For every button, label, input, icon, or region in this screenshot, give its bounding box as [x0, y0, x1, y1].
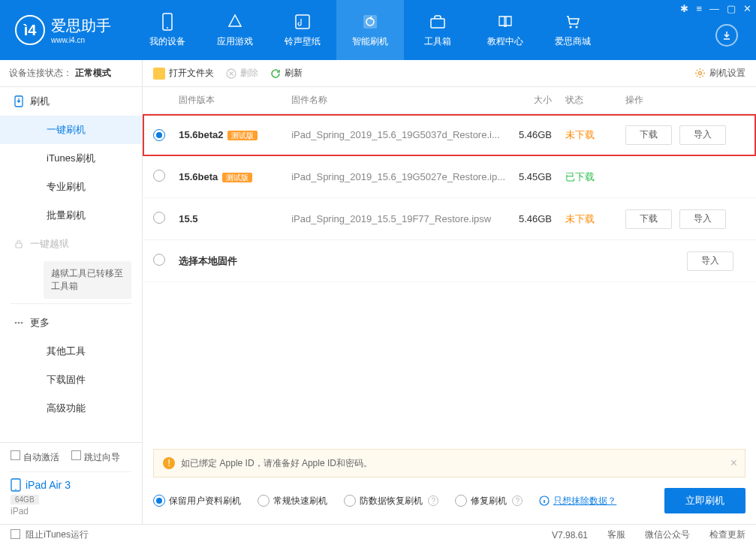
app-name: 爱思助手	[51, 16, 111, 36]
block-itunes-checkbox[interactable]: 阻止iTunes运行	[11, 528, 89, 541]
refresh-button[interactable]: 刷新	[270, 67, 303, 80]
row-radio[interactable]	[153, 170, 165, 182]
close-icon[interactable]: ✕	[743, 3, 751, 14]
opt-normal[interactable]: 常规快速刷机	[258, 495, 327, 507]
sidebar-pro-flash[interactable]: 专业刷机	[0, 173, 142, 201]
header-action: 操作	[625, 94, 745, 107]
firmware-row[interactable]: 15.6beta2测试版 iPad_Spring_2019_15.6_19G50…	[143, 114, 756, 156]
svg-rect-3	[363, 15, 377, 29]
svg-point-10	[18, 322, 20, 324]
check-update-link[interactable]: 检查更新	[709, 528, 745, 541]
nav-store[interactable]: 爱思商城	[539, 0, 607, 60]
opt-anti-recover[interactable]: 防数据恢复刷机?	[344, 495, 438, 507]
minimize-icon[interactable]: —	[709, 3, 719, 14]
import-button[interactable]: 导入	[687, 251, 733, 271]
wechat-link[interactable]: 微信公众号	[645, 528, 690, 541]
row-version: 选择本地固件	[179, 254, 291, 268]
sidebar-advanced[interactable]: 高级功能	[0, 394, 142, 423]
connection-status: 设备连接状态：正常模式	[0, 60, 142, 87]
row-radio[interactable]	[153, 254, 165, 266]
window-controls: ✱ ≡ — ▢ ✕	[680, 3, 751, 14]
nav-flash[interactable]: 智能刷机	[336, 0, 404, 60]
top-nav: 我的设备 应用游戏 铃声壁纸 智能刷机 工具箱 教程中心 爱思商城	[134, 0, 756, 60]
gear-icon	[694, 68, 706, 79]
flash-options: 保留用户资料刷机 常规快速刷机 防数据恢复刷机? 修复刷机? 只想抹除数据？ 立…	[153, 488, 745, 513]
header-size: 大小	[505, 94, 565, 107]
lock-icon	[14, 239, 27, 249]
nav-tutorials[interactable]: 教程中心	[471, 0, 539, 60]
firmware-row[interactable]: 15.6beta测试版 iPad_Spring_2019_15.6_19G502…	[143, 156, 756, 198]
row-version: 15.6beta测试版	[179, 171, 291, 183]
nav-my-device[interactable]: 我的设备	[134, 0, 201, 60]
help-icon[interactable]: ?	[428, 495, 438, 506]
delete-button: 删除	[226, 67, 258, 80]
download-manager-button[interactable]	[715, 24, 738, 47]
row-size: 5.46GB	[505, 213, 565, 224]
menu-icon[interactable]: ≡	[696, 3, 702, 14]
device-icon	[158, 13, 176, 31]
flash-now-button[interactable]: 立即刷机	[664, 488, 745, 513]
row-version: 15.5	[179, 213, 291, 224]
toolbar: 打开文件夹 删除 刷新 刷机设置	[143, 60, 756, 87]
open-folder-button[interactable]: 打开文件夹	[153, 67, 214, 80]
beta-tag: 测试版	[227, 131, 258, 140]
row-radio[interactable]	[153, 212, 165, 224]
sidebar-oneclick-flash[interactable]: 一键刷机	[0, 116, 142, 144]
svg-point-11	[21, 322, 23, 324]
sidebar-more-root[interactable]: 更多	[0, 309, 142, 337]
header-version: 固件版本	[179, 94, 291, 107]
header: ì4 爱思助手 www.i4.cn 我的设备 应用游戏 铃声壁纸 智能刷机 工具…	[0, 0, 756, 60]
row-radio[interactable]	[153, 129, 165, 141]
download-button[interactable]: 下载	[625, 209, 672, 229]
svg-point-6	[576, 26, 578, 28]
header-status: 状态	[565, 94, 625, 107]
svg-point-15	[699, 72, 702, 75]
skip-guide-checkbox[interactable]: 跳过向导	[71, 450, 120, 464]
app-domain: www.i4.cn	[51, 36, 111, 44]
row-filename: iPad_Spring_2019_15.6_19G5037d_Restore.i…	[291, 129, 505, 140]
svg-point-1	[167, 27, 168, 29]
opt-keep-data[interactable]: 保留用户资料刷机	[153, 495, 241, 507]
sidebar-jailbreak: 一键越狱	[0, 230, 142, 258]
nav-ringtones[interactable]: 铃声壁纸	[269, 0, 336, 60]
nav-apps[interactable]: 应用游戏	[201, 0, 269, 60]
jailbreak-note: 越狱工具已转移至工具箱	[44, 261, 131, 299]
auto-activate-checkbox[interactable]: 自动激活	[11, 450, 59, 464]
svg-rect-2	[296, 15, 309, 29]
storage-badge: 64GB	[11, 495, 39, 504]
version-label: V7.98.61	[552, 530, 588, 540]
refresh-icon	[270, 68, 281, 79]
row-version: 15.6beta2测试版	[179, 129, 291, 141]
nav-toolbox[interactable]: 工具箱	[404, 0, 471, 60]
svg-point-9	[15, 322, 17, 324]
erase-link[interactable]: 只想抹除数据？	[539, 495, 616, 507]
warning-close-button[interactable]: ×	[730, 456, 737, 470]
apps-icon	[226, 13, 244, 31]
sidebar-batch-flash[interactable]: 批量刷机	[0, 201, 142, 230]
import-button[interactable]: 导入	[679, 125, 726, 145]
skin-icon[interactable]: ✱	[680, 3, 688, 14]
firmware-row[interactable]: 15.5 iPad_Spring_2019_15.5_19F77_Restore…	[143, 198, 756, 240]
maximize-icon[interactable]: ▢	[727, 3, 736, 14]
opt-repair[interactable]: 修复刷机?	[455, 495, 523, 507]
support-link[interactable]: 客服	[607, 528, 625, 541]
sidebar-other-tools[interactable]: 其他工具	[0, 337, 142, 366]
device-name[interactable]: iPad Air 3	[11, 478, 131, 492]
download-button[interactable]: 下载	[625, 125, 672, 145]
row-filename: iPad_Spring_2019_15.6_19G5027e_Restore.i…	[291, 171, 505, 182]
music-icon	[294, 13, 312, 31]
folder-icon	[153, 68, 165, 80]
book-icon	[496, 13, 514, 31]
warning-bar: ! 如已绑定 Apple ID，请准备好 Apple ID和密码。 ×	[153, 449, 745, 477]
sidebar-flash-root[interactable]: 刷机	[0, 87, 142, 116]
sidebar-download-fw[interactable]: 下载固件	[0, 366, 142, 394]
sidebar-itunes-flash[interactable]: iTunes刷机	[0, 144, 142, 173]
firmware-row[interactable]: 选择本地固件 导入	[143, 240, 756, 282]
svg-point-5	[570, 26, 572, 28]
warning-icon: !	[163, 457, 175, 469]
row-status: 未下载	[565, 212, 625, 226]
import-button[interactable]: 导入	[679, 209, 726, 229]
flash-settings-button[interactable]: 刷机设置	[694, 67, 745, 80]
refresh-icon	[361, 13, 379, 31]
help-icon[interactable]: ?	[512, 495, 523, 506]
